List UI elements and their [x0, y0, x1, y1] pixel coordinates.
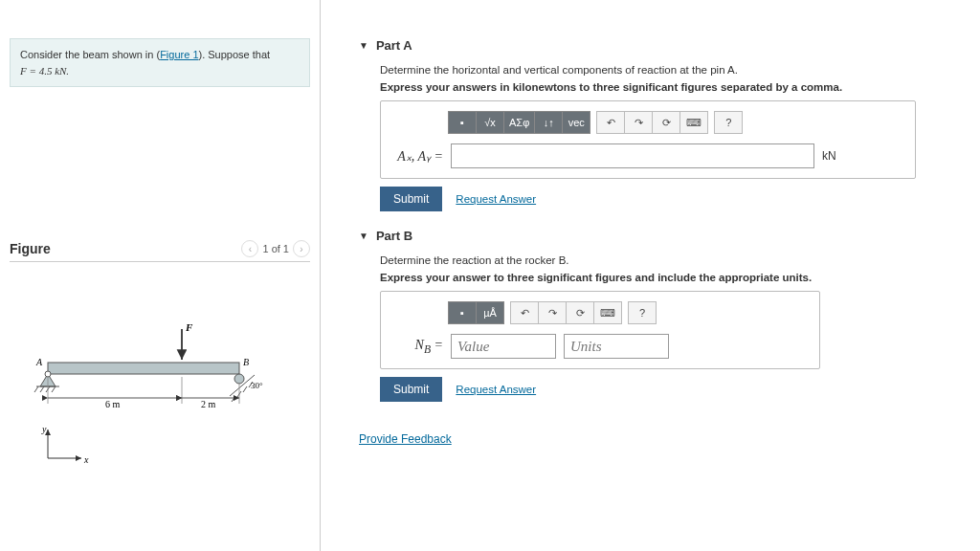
part-a-lhs: Aₓ, Aᵧ =	[390, 148, 443, 165]
part-a-request-answer-link[interactable]: Request Answer	[456, 193, 536, 205]
figure-nav: ‹ 1 of 1 ›	[241, 240, 310, 257]
part-b-instruction: Determine the reaction at the rocker B.	[380, 254, 951, 266]
template-icon[interactable]: ▪	[448, 111, 477, 134]
dim-2m: 2 m	[201, 399, 216, 409]
keyboard-icon[interactable]: ⌨	[593, 301, 622, 324]
left-column: Consider the beam shown in (Figure 1). S…	[0, 0, 321, 551]
part-b-title: Part B	[376, 229, 412, 243]
reset-icon[interactable]: ⟳	[652, 111, 680, 134]
part-a-submit-button[interactable]: Submit	[380, 187, 442, 211]
axis-y: y	[41, 424, 47, 434]
undo-icon[interactable]: ↶	[510, 301, 539, 324]
sqrt-icon[interactable]: √x	[476, 111, 504, 134]
part-b-value-input[interactable]	[451, 334, 556, 359]
svg-line-3	[34, 386, 38, 392]
part-b-units-input[interactable]	[564, 334, 669, 359]
undo-icon[interactable]: ↶	[596, 111, 625, 134]
part-b-hint: Express your answer to three significant…	[380, 272, 951, 283]
figure-title: Figure	[10, 241, 51, 256]
svg-line-9	[232, 396, 235, 402]
part-a-body: Determine the horizontal and vertical co…	[359, 64, 951, 211]
vector-icon[interactable]: vec	[562, 111, 590, 134]
greek-icon[interactable]: ΑΣφ	[503, 111, 535, 134]
part-a-title: Part A	[376, 38, 412, 53]
reset-icon[interactable]: ⟳	[566, 301, 594, 324]
problem-statement: Consider the beam shown in (Figure 1). S…	[10, 38, 310, 87]
redo-icon[interactable]: ↷	[624, 111, 653, 134]
part-a-answer-panel: ▪ √x ΑΣφ ↓↑ vec ↶ ↷ ⟳ ⌨ ? Aₓ, Aᵧ = kN	[380, 100, 916, 179]
part-b-body: Determine the reaction at the rocker B. …	[359, 254, 951, 402]
redo-icon[interactable]: ↷	[538, 301, 567, 324]
part-a-hint: Express your answers in kilonewtons to t…	[380, 81, 951, 93]
part-a-header[interactable]: ▼ Part A	[359, 38, 951, 53]
label-B: B	[243, 357, 249, 367]
subscript-icon[interactable]: ↓↑	[534, 111, 563, 134]
svg-point-1	[45, 371, 51, 377]
help-icon[interactable]: ?	[628, 301, 657, 324]
caret-down-icon: ▼	[359, 231, 368, 241]
svg-rect-0	[48, 363, 239, 374]
beam-diagram: A B 30° F 6 m 2 m y x	[10, 291, 278, 482]
problem-post: ). Suppose that	[199, 49, 271, 60]
label-A: A	[35, 357, 43, 367]
problem-equation: F = 4.5 kN.	[20, 65, 69, 77]
units-icon[interactable]: µÅ	[476, 301, 504, 324]
figure-counter: 1 of 1	[262, 243, 289, 254]
figure-header: Figure ‹ 1 of 1 ›	[10, 240, 310, 262]
part-a-input[interactable]	[451, 143, 814, 168]
part-b-request-answer-link[interactable]: Request Answer	[456, 384, 536, 395]
part-b-actions: Submit Request Answer	[380, 377, 951, 402]
part-a-unit: kN	[822, 149, 836, 163]
figure-next-button[interactable]: ›	[293, 240, 310, 257]
part-b-header[interactable]: ▼ Part B	[359, 229, 951, 243]
label-angle: 30°	[251, 381, 263, 390]
part-b-answer-row: NB =	[390, 334, 810, 359]
svg-line-11	[243, 386, 247, 392]
right-column: ▼ Part A Determine the horizontal and ve…	[321, 0, 980, 551]
dim-6m: 6 m	[105, 399, 121, 409]
template-icon[interactable]: ▪	[448, 301, 477, 324]
keyboard-icon[interactable]: ⌨	[679, 111, 708, 134]
help-icon[interactable]: ?	[714, 111, 743, 134]
part-b-submit-button[interactable]: Submit	[380, 377, 442, 402]
caret-down-icon: ▼	[359, 40, 368, 51]
part-b-lhs: NB =	[390, 338, 443, 356]
problem-pre: Consider the beam shown in (	[20, 49, 160, 60]
part-a-toolbar: ▪ √x ΑΣφ ↓↑ vec ↶ ↷ ⟳ ⌨ ?	[448, 111, 905, 134]
figure-section: Figure ‹ 1 of 1 › A B 30° F	[10, 240, 310, 485]
part-a-actions: Submit Request Answer	[380, 187, 951, 211]
part-a-answer-row: Aₓ, Aᵧ = kN	[390, 143, 905, 168]
part-a-instruction: Determine the horizontal and vertical co…	[380, 64, 951, 76]
figure-prev-button[interactable]: ‹	[241, 240, 258, 257]
figure-link[interactable]: Figure 1	[160, 49, 198, 60]
label-F: F	[185, 321, 193, 333]
part-b-toolbar: ▪ µÅ ↶ ↷ ⟳ ⌨ ?	[448, 301, 810, 324]
svg-point-7	[234, 374, 244, 384]
svg-line-6	[52, 386, 56, 392]
axis-x: x	[83, 454, 89, 465]
provide-feedback-link[interactable]: Provide Feedback	[359, 432, 452, 446]
svg-line-4	[40, 386, 44, 392]
part-b-answer-panel: ▪ µÅ ↶ ↷ ⟳ ⌨ ? NB =	[380, 291, 820, 369]
